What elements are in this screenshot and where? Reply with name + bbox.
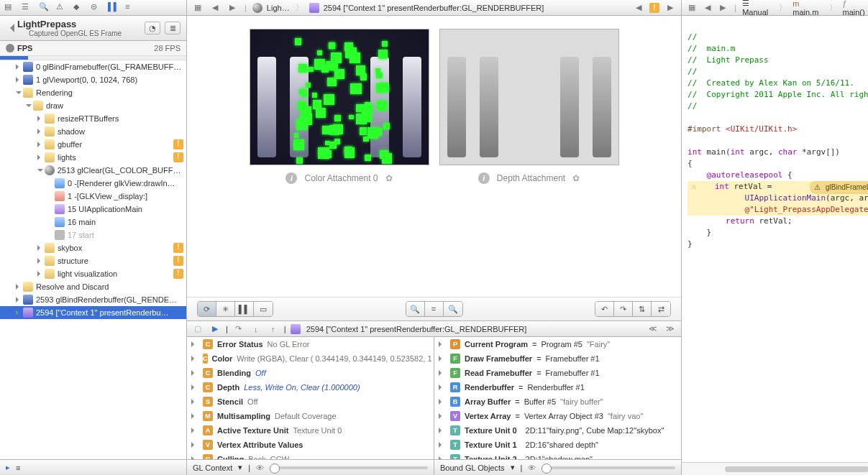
warning-icon[interactable] bbox=[173, 152, 183, 162]
disclosure-icon[interactable] bbox=[37, 258, 43, 264]
back-icon[interactable] bbox=[6, 24, 14, 32]
state-row[interactable]: MMultisampling Default Coverage bbox=[187, 409, 434, 423]
nav-tab-search-icon[interactable]: 🔍 bbox=[39, 2, 50, 14]
tree-row[interactable]: structure bbox=[0, 254, 186, 267]
state-row[interactable]: CDepth Less, Write On, Clear (1.000000) bbox=[187, 380, 434, 395]
color-attachment-preview[interactable] bbox=[250, 29, 429, 165]
tree-row[interactable]: 0 glBindFramebuffer(GL_FRAMEBUFF… bbox=[0, 60, 186, 73]
state-row[interactable]: AActive Texture Unit Texture Unit 0 bbox=[187, 423, 434, 438]
editor-jump-bar[interactable]: ▦ ◀ ▶ | ☰ Manual 〉 m main.m 〉 ƒ main() ◀… bbox=[682, 0, 868, 16]
toggle-bp-icon[interactable]: ▢ bbox=[191, 323, 204, 335]
disclosure-icon[interactable] bbox=[191, 384, 197, 390]
gl-context-label[interactable]: GL Context bbox=[193, 464, 232, 472]
info-icon[interactable]: i bbox=[478, 172, 490, 184]
mode-outline-icon[interactable]: ▭ bbox=[254, 302, 273, 316]
disclosure-icon[interactable] bbox=[16, 297, 22, 303]
state-row[interactable]: RRenderbuffer = Renderbuffer #1 bbox=[434, 380, 681, 395]
nav-tab-debug-icon[interactable]: ⊝ bbox=[91, 2, 102, 14]
related-items-icon[interactable]: ▦ bbox=[686, 2, 698, 14]
tree-row[interactable]: skybox bbox=[0, 241, 186, 254]
horizontal-scrollbar[interactable] bbox=[682, 462, 868, 475]
warning-icon[interactable] bbox=[173, 243, 183, 253]
disclosure-icon[interactable] bbox=[439, 356, 444, 361]
state-row[interactable]: FRead Framebuffer = Framebuffer #1 bbox=[434, 366, 681, 380]
tree-row[interactable]: Resolve and Discard bbox=[0, 280, 186, 293]
warning-icon[interactable]: ! bbox=[649, 3, 659, 13]
state-row[interactable]: FDraw Framebuffer = Framebuffer #1 bbox=[434, 351, 681, 366]
rotate-left-icon[interactable]: ↶ bbox=[595, 302, 614, 316]
state-row[interactable]: VVertex Attribute Values bbox=[187, 438, 434, 452]
warning-icon[interactable] bbox=[173, 139, 183, 149]
jump-prev-issue-icon[interactable]: ◀ bbox=[632, 2, 645, 14]
jump-back-icon[interactable]: ◀ bbox=[702, 2, 713, 14]
disclosure-icon[interactable] bbox=[191, 356, 197, 361]
disclosure-icon[interactable] bbox=[439, 341, 444, 347]
orient-buttons[interactable]: ↶ ↷ ⇅ ⇄ bbox=[595, 301, 671, 317]
state-row[interactable]: CCulling Back, CCW bbox=[187, 452, 434, 459]
tree-row[interactable]: 1 glViewport(0, 0, 1024, 768) bbox=[0, 73, 186, 86]
tree-row[interactable]: lights bbox=[0, 151, 186, 164]
tree-row[interactable]: 16 main bbox=[0, 216, 186, 229]
eye-icon[interactable]: 👁 bbox=[256, 464, 264, 472]
step-in-icon[interactable]: ↓ bbox=[250, 323, 262, 335]
disclosure-icon[interactable] bbox=[37, 142, 43, 147]
disclosure-icon[interactable] bbox=[16, 310, 22, 315]
state-row[interactable]: TTexture Unit 2 2D:1"shadow map" bbox=[434, 452, 681, 459]
tree-row[interactable]: 17 start bbox=[0, 229, 186, 241]
disclosure-icon[interactable] bbox=[439, 370, 444, 376]
state-row[interactable]: TTexture Unit 0 2D:11"fairy.png", Cube M… bbox=[434, 423, 681, 438]
right-slider[interactable] bbox=[542, 466, 675, 469]
view-mode-buttons[interactable]: ⟳ ✳ ▌▌ ▭ bbox=[197, 301, 273, 317]
tree-row[interactable]: 15 UIApplicationMain bbox=[0, 203, 186, 216]
jump-fwd-icon[interactable]: ▶ bbox=[226, 2, 239, 14]
mode-wire-icon[interactable]: ✳ bbox=[216, 302, 235, 316]
continue-icon[interactable]: ▶ bbox=[209, 323, 221, 335]
disclosure-icon[interactable] bbox=[439, 384, 444, 390]
flip-h-icon[interactable]: ⇄ bbox=[652, 302, 670, 316]
disclosure-icon[interactable] bbox=[191, 341, 197, 347]
info-icon[interactable]: i bbox=[285, 172, 297, 184]
clock-button[interactable]: ◔ bbox=[145, 22, 160, 34]
history-back-icon[interactable]: ≪ bbox=[647, 323, 659, 335]
disclosure-icon[interactable] bbox=[439, 442, 444, 448]
jump-next-issue-icon[interactable]: ▶ bbox=[664, 2, 677, 14]
gear-icon[interactable]: ✿ bbox=[572, 173, 580, 183]
rotate-right-icon[interactable]: ↷ bbox=[614, 302, 633, 316]
zoom-buttons[interactable]: 🔍 = 🔍 bbox=[406, 301, 463, 317]
gl-objects-panel[interactable]: PCurrent Program = Program #5 "Fairy"FDr… bbox=[434, 337, 681, 459]
center-jump-bar[interactable]: ▦ ◀ ▶ | Ligh… 〉 2594 ["Context 1" presen… bbox=[187, 0, 681, 16]
disclosure-icon[interactable] bbox=[191, 370, 197, 376]
mode-solid-icon[interactable]: ▌▌ bbox=[235, 302, 254, 316]
jump-back-icon[interactable]: ◀ bbox=[209, 2, 221, 14]
disclosure-icon[interactable] bbox=[37, 129, 43, 134]
nav-tab-tests-icon[interactable]: ◆ bbox=[73, 2, 85, 14]
zoom-out-icon[interactable]: 🔍 bbox=[406, 302, 425, 316]
crumb-stage[interactable]: Ligh… bbox=[267, 4, 290, 12]
tree-row[interactable]: 0 -[Renderer glkView:drawIn… bbox=[0, 177, 186, 190]
crumb-call[interactable]: 2594 ["Context 1" presentRenderbuffer:GL… bbox=[324, 4, 544, 12]
depth-attachment-preview[interactable] bbox=[439, 29, 619, 165]
tree-row[interactable]: 2594 ["Context 1" presentRenderbu… bbox=[0, 306, 186, 319]
disclosure-icon[interactable] bbox=[191, 399, 197, 405]
tree-row[interactable]: resizeRTTBuffers bbox=[0, 112, 186, 125]
state-row[interactable]: CColor Write (RGBA), Clear ( 0.344149, 0… bbox=[187, 351, 434, 366]
disclosure-icon[interactable] bbox=[16, 77, 22, 83]
related-items-icon[interactable]: ▦ bbox=[191, 2, 204, 14]
state-row[interactable]: BArray Buffer = Buffer #5 "fairy buffer" bbox=[434, 395, 681, 409]
nav-tab-breakpoints-icon[interactable]: ▌▌ bbox=[108, 2, 119, 14]
disclosure-icon[interactable] bbox=[16, 284, 22, 290]
tree-row[interactable]: shadow bbox=[0, 125, 186, 138]
disclosure-icon[interactable] bbox=[37, 271, 43, 277]
warning-icon[interactable] bbox=[173, 256, 183, 266]
disclosure-icon[interactable] bbox=[191, 442, 197, 448]
warning-icon[interactable] bbox=[173, 269, 183, 279]
jump-fwd-icon[interactable]: ▶ bbox=[718, 2, 729, 14]
disclosure-icon[interactable] bbox=[439, 413, 444, 419]
disclosure-icon[interactable] bbox=[16, 64, 22, 70]
debug-toolbar[interactable]: ▢ ▶ | ↷ ↓ ↑ | 2594 ["Context 1" presentR… bbox=[187, 321, 681, 337]
tree-row[interactable]: light visualization bbox=[0, 267, 186, 280]
step-out-icon[interactable]: ↑ bbox=[267, 323, 280, 335]
disclosure-icon[interactable] bbox=[191, 428, 197, 433]
history-fwd-icon[interactable]: ≫ bbox=[664, 323, 677, 335]
state-row[interactable]: PCurrent Program = Program #5 "Fairy" bbox=[434, 337, 681, 351]
